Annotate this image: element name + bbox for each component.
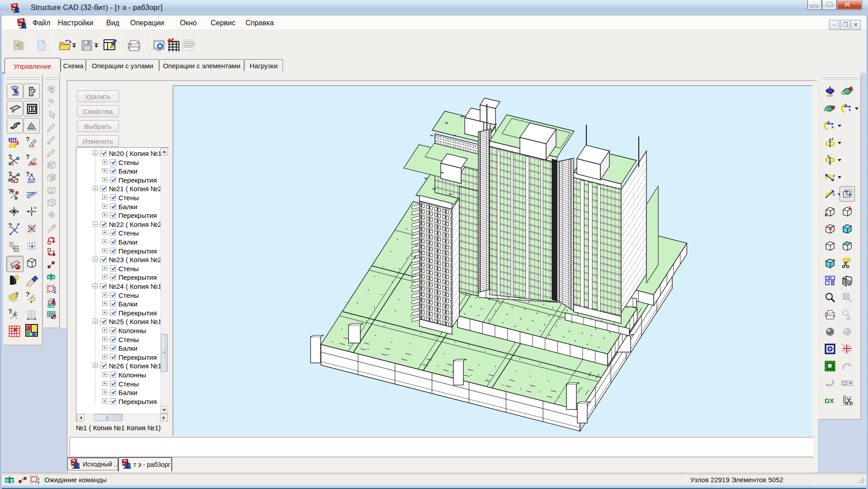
svg-text:DX: DX	[825, 397, 834, 404]
svg-text:?: ?	[26, 136, 30, 143]
svg-text:?: ?	[8, 222, 12, 229]
svg-text:i: i	[33, 143, 34, 149]
svg-text:x: x	[849, 108, 851, 112]
svg-text:10: 10	[843, 382, 847, 385]
svg-text:?: ?	[26, 154, 30, 160]
svg-text:?: ?	[15, 291, 19, 298]
svg-text:?: ?	[26, 171, 30, 178]
svg-text:?: ?	[8, 171, 12, 178]
svg-text:z: z	[831, 136, 834, 141]
svg-text:2: 2	[38, 480, 40, 484]
svg-text:Y: Y	[833, 193, 835, 197]
svg-text:x: x	[831, 125, 834, 129]
svg-text:Ne: Ne	[30, 161, 37, 166]
svg-text:?: ?	[8, 154, 12, 160]
svg-text:?: ?	[26, 291, 30, 298]
svg-text:i: i	[12, 160, 14, 166]
svg-text:П: П	[826, 276, 829, 280]
svg-text:Y: Y	[833, 174, 835, 178]
svg-text:?: ?	[8, 308, 12, 315]
svg-text:NJ: NJ	[11, 178, 18, 183]
svg-text:L: L	[14, 310, 17, 317]
svg-text:z: z	[827, 154, 830, 158]
svg-text:2: 2	[54, 290, 56, 294]
